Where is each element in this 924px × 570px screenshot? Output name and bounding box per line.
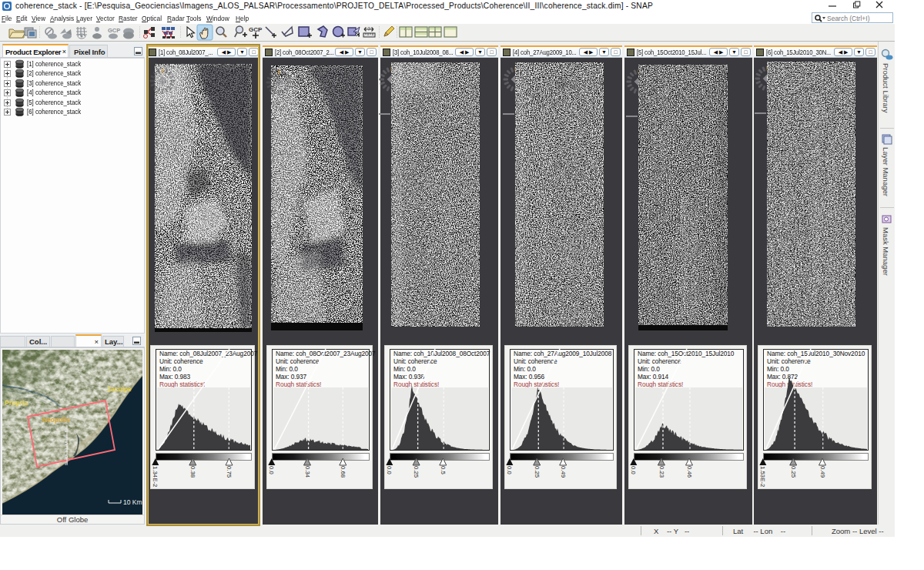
svg-text:10 Km: 10 Km	[123, 498, 142, 506]
svg-text:Neopolis: Neopolis	[42, 416, 70, 424]
svg-text:?: ?	[367, 26, 370, 32]
svg-text:6: 6	[65, 453, 68, 460]
svg-text:Propria: Propria	[5, 399, 28, 407]
svg-text:GCP: GCP	[249, 26, 263, 33]
svg-text:4: 4	[65, 433, 68, 440]
svg-text:GCP: GCP	[108, 27, 120, 34]
svg-text:II: II	[65, 460, 68, 467]
svg-text:Jacuipe: Jacuipe	[107, 385, 132, 393]
svg-text:5: 5	[65, 440, 68, 447]
